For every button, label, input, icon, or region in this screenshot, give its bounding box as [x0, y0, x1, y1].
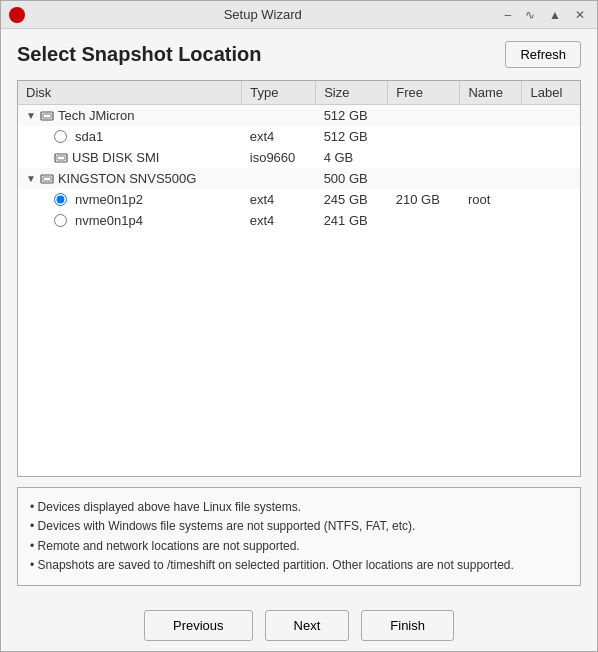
disk-name: KINGSTON SNVS500G	[58, 171, 196, 186]
partition-radio[interactable]	[54, 193, 67, 206]
label-cell	[522, 210, 580, 231]
partition-name: nvme0n1p4	[75, 213, 143, 228]
table-body: ▼ Tech JMicron 512 GB	[18, 105, 580, 232]
close-button[interactable]: ✕	[571, 6, 589, 24]
note-line-3: • Remote and network locations are not s…	[30, 537, 568, 556]
expand-icon[interactable]: ▼	[26, 110, 36, 121]
note-line-2: • Devices with Windows file systems are …	[30, 517, 568, 536]
partition-cell: nvme0n1p4	[18, 210, 242, 231]
partition-cell: nvme0n1p2	[18, 189, 242, 210]
free-cell	[388, 168, 460, 189]
label-cell	[522, 168, 580, 189]
size-cell: 500 GB	[316, 168, 388, 189]
table-row: ▼ KINGSTON SNVS500G 500 GB	[18, 168, 580, 189]
name-cell	[460, 210, 522, 231]
name-cell: root	[460, 189, 522, 210]
main-content: Select Snapshot Location Refresh Disk Ty…	[1, 29, 597, 598]
partition-name: USB DISK SMI	[72, 150, 159, 165]
label-cell	[522, 189, 580, 210]
table-row: USB DISK SMI iso9660 4 GB	[18, 147, 580, 168]
svg-rect-1	[43, 114, 51, 118]
disk-table-container: Disk Type Size Free Name Label ▼	[17, 80, 581, 477]
finish-button[interactable]: Finish	[361, 610, 454, 641]
name-cell	[460, 126, 522, 147]
note-line-4: • Snapshots are saved to /timeshift on s…	[30, 556, 568, 575]
partition-radio[interactable]	[54, 130, 67, 143]
expand-icon[interactable]: ▼	[26, 173, 36, 184]
drive-icon	[40, 172, 54, 186]
type-cell: iso9660	[242, 147, 316, 168]
svg-rect-3	[57, 156, 65, 160]
type-cell: ext4	[242, 189, 316, 210]
disk-table: Disk Type Size Free Name Label ▼	[18, 81, 580, 231]
label-cell	[522, 105, 580, 127]
size-cell: 241 GB	[316, 210, 388, 231]
size-cell: 512 GB	[316, 105, 388, 127]
col-size: Size	[316, 81, 388, 105]
partition-name: sda1	[75, 129, 103, 144]
col-name: Name	[460, 81, 522, 105]
notes-section: • Devices displayed above have Linux fil…	[17, 487, 581, 586]
table-row: ▼ Tech JMicron 512 GB	[18, 105, 580, 127]
page-title: Select Snapshot Location	[17, 43, 261, 66]
col-label: Label	[522, 81, 580, 105]
label-cell	[522, 147, 580, 168]
name-cell	[460, 105, 522, 127]
type-cell: ext4	[242, 126, 316, 147]
drive-icon	[54, 151, 68, 165]
disk-name: Tech JMicron	[58, 108, 135, 123]
name-cell	[460, 147, 522, 168]
refresh-button[interactable]: Refresh	[505, 41, 581, 68]
table-header: Disk Type Size Free Name Label	[18, 81, 580, 105]
table-row: sda1 ext4 512 GB	[18, 126, 580, 147]
app-logo	[9, 7, 25, 23]
note-line-1: • Devices displayed above have Linux fil…	[30, 498, 568, 517]
table-row: nvme0n1p2 ext4 245 GB 210 GB root	[18, 189, 580, 210]
col-disk: Disk	[18, 81, 242, 105]
col-free: Free	[388, 81, 460, 105]
type-cell	[242, 168, 316, 189]
svg-rect-5	[43, 177, 51, 181]
name-cell	[460, 168, 522, 189]
window-icon	[9, 7, 25, 23]
size-cell: 4 GB	[316, 147, 388, 168]
window-controls[interactable]: – ∿ ▲ ✕	[500, 6, 589, 24]
minimize-button[interactable]: –	[500, 6, 515, 24]
disk-cell: ▼ Tech JMicron	[18, 105, 242, 127]
table-row: nvme0n1p4 ext4 241 GB	[18, 210, 580, 231]
maximize-button[interactable]: ▲	[545, 6, 565, 24]
restore-button[interactable]: ∿	[521, 6, 539, 24]
partition-radio[interactable]	[54, 214, 67, 227]
col-type: Type	[242, 81, 316, 105]
header-row: Select Snapshot Location Refresh	[17, 41, 581, 68]
drive-icon	[40, 109, 54, 123]
type-cell	[242, 105, 316, 127]
size-cell: 512 GB	[316, 126, 388, 147]
disk-cell: ▼ KINGSTON SNVS500G	[18, 168, 242, 189]
previous-button[interactable]: Previous	[144, 610, 253, 641]
partition-cell: USB DISK SMI	[18, 147, 242, 168]
footer: Previous Next Finish	[1, 598, 597, 651]
free-cell	[388, 210, 460, 231]
label-cell	[522, 126, 580, 147]
partition-cell: sda1	[18, 126, 242, 147]
type-cell: ext4	[242, 210, 316, 231]
window-title: Setup Wizard	[25, 7, 500, 22]
free-cell	[388, 105, 460, 127]
free-cell	[388, 126, 460, 147]
titlebar: Setup Wizard – ∿ ▲ ✕	[1, 1, 597, 29]
free-cell: 210 GB	[388, 189, 460, 210]
size-cell: 245 GB	[316, 189, 388, 210]
next-button[interactable]: Next	[265, 610, 350, 641]
partition-name: nvme0n1p2	[75, 192, 143, 207]
free-cell	[388, 147, 460, 168]
